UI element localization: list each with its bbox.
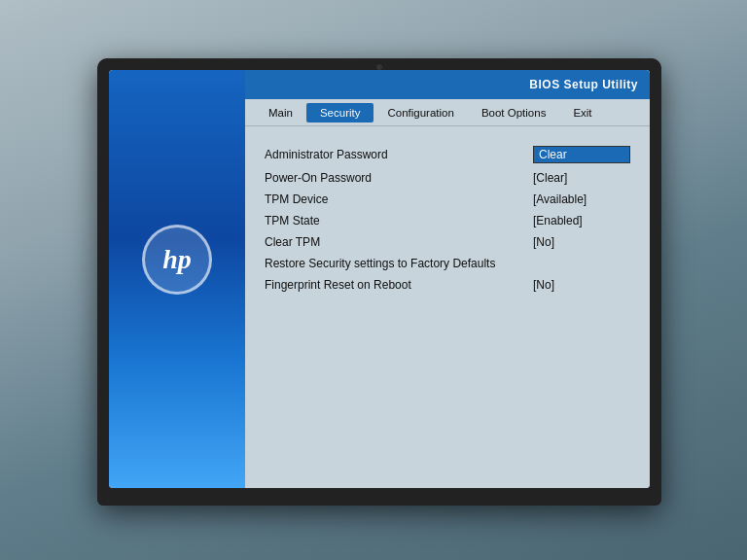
nav-main[interactable]: Main — [255, 103, 306, 122]
table-row[interactable]: Restore Security settings to Factory Def… — [265, 253, 630, 274]
row-label-clear-tpm: Clear TPM — [265, 235, 533, 249]
nav-security[interactable]: Security — [306, 103, 374, 122]
row-label-fingerprint-reset: Fingerprint Reset on Reboot — [265, 278, 533, 292]
row-value-poweron-password[interactable]: [Clear] — [533, 171, 630, 185]
table-row[interactable]: TPM State [Enabled] — [265, 210, 630, 231]
table-row[interactable]: Power-On Password [Clear] — [265, 167, 630, 189]
hp-sidebar: hp — [109, 70, 245, 488]
hp-wordmark: hp — [162, 244, 192, 275]
row-label-admin-password: Administrator Password — [265, 148, 533, 161]
hp-logo: hp — [138, 221, 216, 298]
row-value-clear-tpm[interactable]: [No] — [533, 235, 630, 249]
row-value-tpm-device[interactable]: [Available] — [533, 192, 630, 206]
nav-boot-options[interactable]: Boot Options — [468, 103, 559, 122]
bios-header: BIOS Setup Utility — [245, 70, 650, 99]
bios-title: BIOS Setup Utility — [529, 78, 638, 91]
monitor-bezel: hp BIOS Setup Utility Main Security Conf… — [97, 58, 661, 506]
row-label-tpm-device: TPM Device — [265, 192, 533, 206]
bios-area: BIOS Setup Utility Main Security Configu… — [245, 70, 650, 488]
bios-content: Administrator Password Clear Power-On Pa… — [245, 126, 650, 488]
row-label-restore-security: Restore Security settings to Factory Def… — [265, 257, 533, 270]
table-row[interactable]: Clear TPM [No] — [265, 231, 630, 253]
row-label-poweron-password: Power-On Password — [265, 171, 533, 185]
row-value-admin-password[interactable]: Clear — [533, 146, 630, 163]
hp-circle: hp — [142, 225, 212, 295]
screen: hp BIOS Setup Utility Main Security Conf… — [109, 70, 650, 488]
nav-configuration[interactable]: Configuration — [374, 103, 467, 122]
nav-exit[interactable]: Exit — [559, 103, 605, 122]
row-label-tpm-state: TPM State — [265, 214, 533, 228]
row-value-fingerprint-reset[interactable]: [No] — [533, 278, 630, 292]
row-value-tpm-state[interactable]: [Enabled] — [533, 214, 630, 228]
bios-nav: Main Security Configuration Boot Options… — [245, 99, 650, 126]
table-row[interactable]: Fingerprint Reset on Reboot [No] — [265, 274, 630, 296]
table-row[interactable]: TPM Device [Available] — [265, 189, 630, 210]
monitor: hp BIOS Setup Utility Main Security Conf… — [97, 58, 661, 506]
table-row[interactable]: Administrator Password Clear — [265, 142, 630, 167]
